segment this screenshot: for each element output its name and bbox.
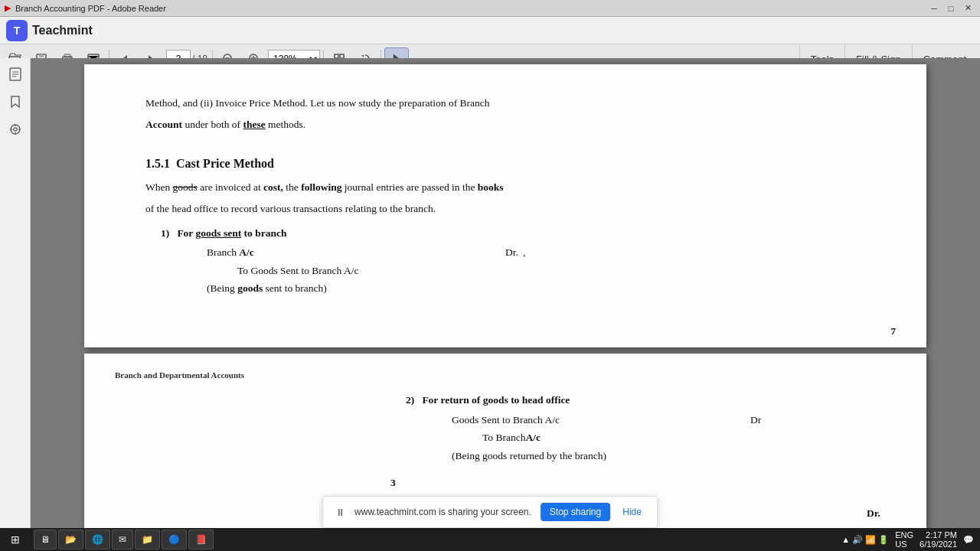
journal-item-3-partial: 3 — [390, 474, 865, 491]
taskbar-item-7[interactable]: 📕 — [188, 530, 214, 549]
page2-content: 2) For return of goods to head office Go… — [390, 392, 865, 491]
page-number-right: 7 — [891, 324, 897, 340]
je2-credit-line: To Branch A/c — [452, 429, 865, 446]
tools-panel-button[interactable] — [2, 116, 28, 142]
taskbar-item-2[interactable]: 📂 — [58, 530, 83, 549]
start-icon: ⊞ — [11, 533, 20, 546]
content-area[interactable]: Method, and (ii) Invoice Price Method. L… — [31, 58, 980, 551]
body-text-1: When goods are invoiced at cost, the fol… — [145, 179, 865, 196]
svg-rect-2 — [39, 54, 44, 57]
svg-marker-22 — [361, 55, 364, 57]
page-2-sidebar-title: Branch and Departmental Accounts — [115, 369, 244, 383]
taskbar-right: ▲ 🔊 📶 🔋 ENG US 2:17 PM 6/19/2021 💬 — [841, 530, 980, 549]
teachmint-bar: T Teachmint — [0, 17, 980, 44]
window-controls: ─ □ ✕ — [926, 2, 975, 15]
intro-line2: Account under both of these methods. — [145, 116, 865, 133]
journal-item-1-header: 1) For goods sent to branch — [161, 225, 865, 242]
sharing-bar: ⏸ www.teachmint.com is sharing your scre… — [322, 496, 658, 528]
taskbar-item-6[interactable]: 🔵 — [162, 530, 187, 549]
taskbar-item-1[interactable]: 🖥 — [34, 530, 57, 549]
minimize-button[interactable]: ─ — [926, 2, 942, 15]
taskbar-icon-1: 🖥 — [41, 534, 50, 545]
je3-dr-right: Dr. — [867, 505, 880, 522]
body-text-2: of the head office to record various tra… — [145, 201, 865, 217]
taskbar-items: 🖥 📂 🌐 ✉ 📁 🔵 📕 — [31, 530, 841, 549]
taskbar-icon-4: ✉ — [119, 534, 126, 545]
journal-item-2-header: 2) For return of goods to head office — [406, 392, 865, 409]
stop-sharing-button[interactable]: Stop sharing — [541, 503, 610, 521]
section-title: 1.5.1 Cast Price Method — [145, 154, 865, 174]
maximize-button[interactable]: □ — [943, 2, 959, 15]
thumbnail-panel-button[interactable] — [2, 61, 28, 87]
je1-debit-line: Branch A/c Dr. , — [207, 244, 865, 261]
je2-debit-line: Goods Sent to Branch A/c Dr — [452, 412, 865, 429]
sharing-message: www.teachmint.com is sharing your screen… — [354, 507, 531, 517]
taskbar-item-3[interactable]: 🌐 — [85, 530, 110, 549]
journal-entry-1: Branch A/c Dr. , To Goods Sent to Branch… — [207, 244, 865, 297]
title-bar: ▶ Branch Accounting PDF - Adobe Reader ─… — [0, 0, 980, 17]
taskbar-item-4[interactable]: ✉ — [112, 530, 133, 549]
intro-line1: Method, and (ii) Invoice Price Method. L… — [145, 95, 865, 112]
window-title: Branch Accounting PDF - Adobe Reader — [15, 4, 166, 13]
je1-credit-line: To Goods Sent to Branch A/c — [207, 262, 865, 279]
svg-point-28 — [14, 128, 17, 131]
taskbar-icon-5: 📁 — [142, 534, 153, 545]
je1-note: (Being goods sent to branch) — [207, 280, 865, 297]
sharing-icon: ⏸ — [335, 507, 345, 518]
taskbar-icon-7: 📕 — [195, 534, 207, 545]
logo-icon: T — [6, 20, 28, 41]
journal-entry-2: Goods Sent to Branch A/c Dr To Branch A/… — [452, 412, 865, 465]
teachmint-logo: T Teachmint — [6, 20, 93, 41]
brand-name: Teachmint — [32, 24, 93, 37]
bookmarks-panel-button[interactable] — [2, 89, 28, 115]
pdf-page-1: Method, and (ii) Invoice Price Method. L… — [84, 64, 926, 347]
taskbar: ⊞ 🖥 📂 🌐 ✉ 📁 🔵 📕 ▲ 🔊 📶 🔋 ENG US — [0, 528, 980, 551]
start-button[interactable]: ⊞ — [0, 528, 31, 551]
title-bar-left: ▶ Branch Accounting PDF - Adobe Reader — [5, 3, 166, 13]
left-sidebar — [0, 58, 31, 551]
taskbar-icon-3: 🌐 — [92, 534, 103, 545]
taskbar-icon-2: 📂 — [65, 534, 77, 545]
taskbar-icon-6: 🔵 — [168, 534, 180, 545]
close-button[interactable]: ✕ — [960, 2, 975, 15]
taskbar-item-5[interactable]: 📁 — [135, 530, 160, 549]
system-tray-icons: ▲ 🔊 📶 🔋 — [841, 535, 889, 545]
keyboard-layout: ENG US — [895, 530, 913, 549]
notification-center-icon[interactable]: 💬 — [963, 535, 974, 545]
system-clock[interactable]: 2:17 PM 6/19/2021 — [920, 530, 957, 549]
hide-button[interactable]: Hide — [619, 503, 645, 521]
je2-note: (Being goods returned by the branch) — [452, 448, 865, 465]
